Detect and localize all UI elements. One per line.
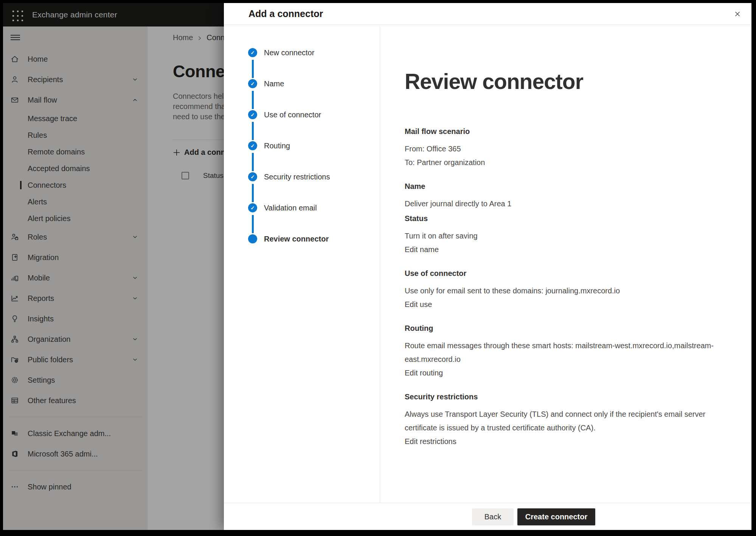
step-use-of-connector[interactable]: ✓ Use of connector bbox=[248, 110, 380, 141]
use-value: Use only for email sent to these domains… bbox=[405, 284, 736, 298]
step-new-connector[interactable]: ✓ New connector bbox=[248, 48, 380, 79]
status-value: Turn it on after saving bbox=[405, 229, 736, 243]
back-button[interactable]: Back bbox=[472, 508, 514, 525]
step-current-dot-icon bbox=[248, 234, 257, 243]
panel-footer: Back Create connector bbox=[224, 503, 751, 530]
add-connector-panel: Add a connector ✓ New connector ✓ bbox=[224, 3, 751, 530]
panel-title: Add a connector bbox=[248, 8, 323, 19]
close-icon bbox=[734, 10, 741, 18]
screenshot-frame: Exchange admin center Home Recipients bbox=[0, 0, 756, 536]
mail-flow-scenario-section: Mail flow scenario From: Office 365 To: … bbox=[405, 127, 736, 169]
routing-value: Route email messages through these smart… bbox=[405, 339, 736, 366]
review-title: Review connector bbox=[405, 70, 736, 93]
edit-restrictions-link[interactable]: Edit restrictions bbox=[405, 435, 456, 448]
step-review-connector[interactable]: Review connector bbox=[248, 234, 380, 265]
connector-name-value: Deliver journal directly to Area 1 bbox=[405, 197, 736, 210]
step-routing[interactable]: ✓ Routing bbox=[248, 141, 380, 172]
use-of-connector-section: Use of connector Use only for email sent… bbox=[405, 269, 736, 311]
step-complete-check-icon: ✓ bbox=[248, 48, 257, 57]
step-name[interactable]: ✓ Name bbox=[248, 79, 380, 110]
edit-use-link[interactable]: Edit use bbox=[405, 298, 432, 311]
step-complete-check-icon: ✓ bbox=[248, 79, 257, 88]
review-connector-pane: Review connector Mail flow scenario From… bbox=[380, 25, 751, 503]
name-status-section: Name Deliver journal directly to Area 1 … bbox=[405, 182, 736, 256]
panel-header: Add a connector bbox=[224, 3, 751, 25]
wizard-steps-rail: ✓ New connector ✓ Name ✓ Use of connecto… bbox=[224, 25, 380, 503]
step-complete-check-icon: ✓ bbox=[248, 110, 257, 119]
step-validation-email[interactable]: ✓ Validation email bbox=[248, 203, 380, 234]
close-button[interactable] bbox=[732, 8, 743, 20]
step-complete-check-icon: ✓ bbox=[248, 141, 257, 150]
exchange-admin-app: Exchange admin center Home Recipients bbox=[3, 3, 751, 530]
mail-flow-from: From: Office 365 bbox=[405, 142, 736, 156]
edit-routing-link[interactable]: Edit routing bbox=[405, 366, 443, 380]
step-security-restrictions[interactable]: ✓ Security restrictions bbox=[248, 172, 380, 203]
security-restrictions-section: Security restrictions Always use Transpo… bbox=[405, 393, 736, 448]
mail-flow-to: To: Partner organization bbox=[405, 156, 736, 169]
create-connector-button[interactable]: Create connector bbox=[517, 508, 595, 525]
security-value: Always use Transport Layer Security (TLS… bbox=[405, 407, 736, 435]
edit-name-link[interactable]: Edit name bbox=[405, 243, 439, 256]
step-complete-check-icon: ✓ bbox=[248, 203, 257, 212]
routing-section: Routing Route email messages through the… bbox=[405, 324, 736, 380]
step-complete-check-icon: ✓ bbox=[248, 172, 257, 181]
